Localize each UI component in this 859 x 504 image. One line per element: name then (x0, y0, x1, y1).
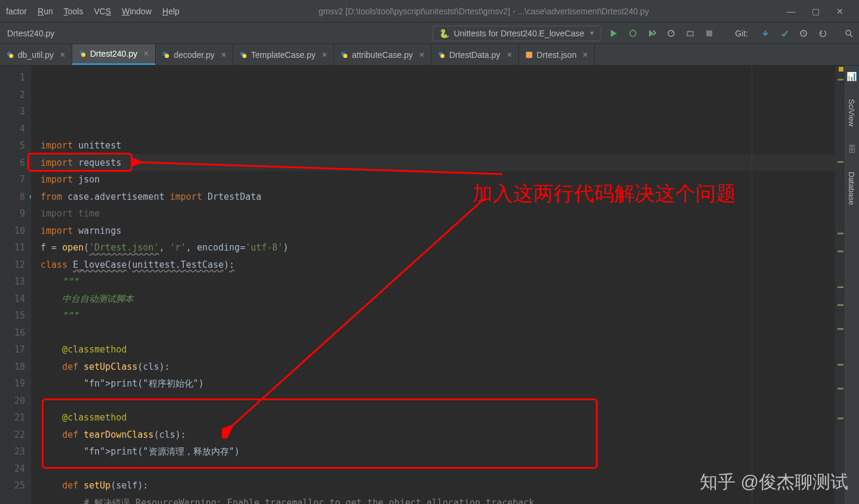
python-file-icon (340, 51, 348, 59)
menu-tools[interactable]: Tools (63, 5, 85, 17)
search-icon[interactable] (843, 28, 854, 39)
close-icon[interactable]: ✕ (143, 50, 149, 58)
python-file-icon (437, 51, 446, 59)
svg-point-22 (165, 54, 169, 58)
run-button[interactable] (608, 28, 619, 39)
window-title: gmsv2 [D:\tools\tool\pyscript\unitestst\… (181, 7, 787, 16)
json-file-icon (525, 51, 533, 59)
minimize-button[interactable]: — (787, 7, 795, 16)
maximize-button[interactable]: ▢ (812, 7, 820, 16)
svg-point-24 (242, 54, 246, 58)
close-icon[interactable]: ✕ (506, 51, 512, 59)
svg-point-28 (440, 54, 444, 58)
python-file-icon (78, 50, 86, 58)
svg-line-16 (850, 35, 852, 37)
menu-refactor[interactable]: factor (5, 5, 28, 17)
close-icon[interactable]: ✕ (582, 51, 588, 59)
menu-help[interactable]: Help (161, 5, 181, 17)
tab-db-util[interactable]: db_util.py ✕ (0, 44, 72, 65)
menu-vcs[interactable]: VCS (92, 5, 112, 17)
svg-point-1 (630, 30, 636, 36)
tab-templatecase[interactable]: TemplateCase.py ✕ (233, 44, 334, 65)
right-toolbar: 📊 SciView 🗄 Database (843, 66, 859, 504)
tab-decoder[interactable]: decoder.py ✕ (156, 44, 233, 65)
close-button[interactable]: ✕ (836, 7, 843, 16)
attach-button[interactable] (685, 28, 696, 39)
svg-marker-0 (611, 30, 617, 37)
svg-point-18 (9, 54, 13, 58)
python-file-icon (239, 51, 248, 59)
svg-line-7 (671, 32, 673, 33)
svg-point-15 (846, 30, 851, 35)
editor-tabs: db_util.py ✕ Drtest240.py ✕ decoder.py ✕… (0, 44, 859, 66)
git-revert-icon[interactable] (817, 28, 828, 39)
svg-line-14 (804, 33, 805, 35)
python-file-icon (162, 51, 170, 59)
run-config-selector[interactable]: 🐍 Unittests for Drtest240.E_loveCase ▼ (432, 26, 602, 41)
python-icon: 🐍 (439, 29, 449, 38)
git-label: Git: (735, 29, 748, 38)
titlebar: factor Run Tools VCS Window Help gmsv2 [… (0, 0, 859, 23)
close-icon[interactable]: ✕ (322, 51, 327, 59)
sciview-icon[interactable]: 📊 (846, 72, 857, 81)
toolbar: Drtest240.py 🐍 Unittests for Drtest240.E… (0, 23, 859, 44)
tab-drtestjson[interactable]: Drtest.json ✕ (519, 44, 595, 65)
run-config-label: Unittests for Drtest240.E_loveCase (454, 29, 585, 38)
svg-rect-10 (706, 30, 712, 36)
git-commit-icon[interactable] (779, 28, 790, 39)
close-icon[interactable]: ✕ (60, 51, 66, 59)
tab-attributecase[interactable]: attributeCase.py ✕ (334, 44, 431, 65)
svg-point-20 (81, 52, 85, 57)
chevron-down-icon: ▼ (589, 30, 595, 36)
profile-button[interactable] (666, 28, 676, 39)
main-menu: factor Run Tools VCS Window Help (5, 5, 181, 17)
svg-point-26 (343, 54, 347, 58)
python-file-icon (6, 51, 14, 59)
stop-button[interactable] (704, 28, 715, 39)
window-controls: — ▢ ✕ (787, 7, 854, 16)
menu-window[interactable]: Window (120, 5, 153, 17)
menu-run[interactable]: Run (36, 5, 54, 17)
git-pull-icon[interactable] (760, 28, 771, 39)
close-icon[interactable]: ✕ (221, 51, 227, 59)
tab-drtestdata[interactable]: DrtestData.py ✕ (431, 44, 519, 65)
tab-drtest240[interactable]: Drtest240.py ✕ (72, 44, 156, 65)
code-editor[interactable]: import unittest import requests import j… (31, 66, 843, 504)
breadcrumb-file[interactable]: Drtest240.py (5, 29, 54, 38)
editor-area: 1234567891011121314151617181920212223242… (0, 66, 859, 504)
svg-rect-29 (526, 51, 532, 58)
close-icon[interactable]: ✕ (419, 51, 425, 59)
git-history-icon[interactable] (798, 28, 809, 39)
debug-button[interactable] (628, 28, 638, 39)
coverage-button[interactable] (647, 28, 657, 39)
svg-rect-8 (687, 32, 693, 36)
line-gutter[interactable]: 1234567891011121314151617181920212223242… (0, 66, 31, 504)
